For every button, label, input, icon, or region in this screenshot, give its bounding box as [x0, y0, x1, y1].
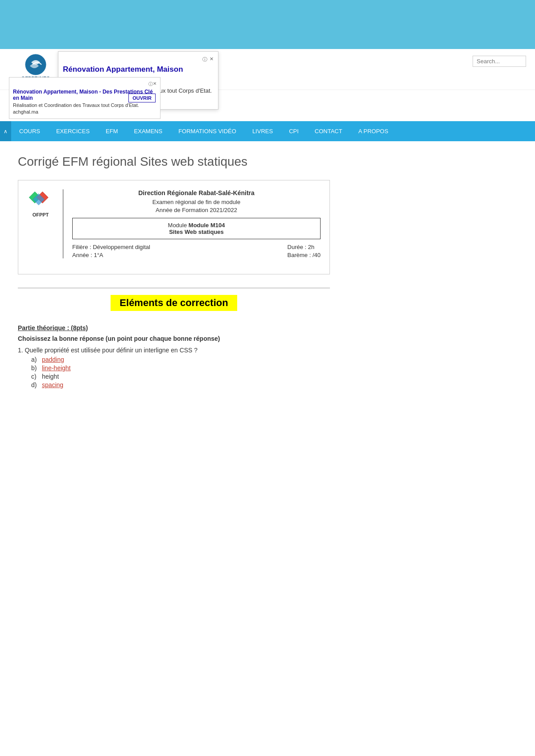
answer-1d: d) spacing [31, 381, 330, 388]
correction-section: Eléments de correction Partie théorique … [18, 295, 330, 388]
nav-item-cpi[interactable]: CPI [281, 121, 307, 141]
search-input[interactable] [473, 56, 526, 67]
answer-1d-label: d) [31, 381, 40, 388]
navbar: ∧ COURS EXERCICES EFM EXAMENS FORMATIONS… [0, 121, 535, 141]
ad-bottom-description: Réalisation et Coordination des Travaux … [13, 102, 156, 115]
nav-collapse-button[interactable]: ∧ [0, 121, 11, 141]
ad-top-bar: ⓘ ✕ [63, 56, 214, 63]
answer-list-1: a) padding b) line-height c) height d) s… [18, 356, 330, 388]
nav-item-examens[interactable]: EXAMENS [126, 121, 171, 141]
exam-header-title: Direction Régionale Rabat-Salé-Kénitra [72, 189, 321, 196]
answer-1a: a) padding [31, 356, 330, 363]
question-1: 1. Quelle propriété est utilisée pour dé… [18, 347, 330, 388]
partie-title: Partie théorique : (8pts) [18, 324, 330, 331]
ad-close-icon[interactable]: ✕ [210, 56, 214, 63]
correction-title: Eléments de correction [111, 295, 237, 311]
ad-bottom-info-icon: ⓘ [148, 81, 153, 87]
answer-1b: b) line-height [31, 364, 330, 372]
exam-year: Année de Formation 2021/2022 [72, 207, 321, 213]
nav-item-contact[interactable]: CONTACT [307, 121, 350, 141]
nav-item-formations-video[interactable]: FORMATIONS VIDÉO [170, 121, 244, 141]
page-title: Corrigé EFM régional Sites web statiques [18, 155, 383, 169]
question-1-number: 1. [18, 347, 23, 354]
answer-1c-text: height [42, 373, 59, 380]
ad-title: Rénovation Appartement, Maison [63, 65, 214, 74]
page-content: Corrigé EFM régional Sites web statiques… [0, 141, 401, 406]
ad-bottom-top-bar: ⓘ ✕ [13, 81, 156, 87]
answer-1d-text: spacing [42, 381, 63, 388]
ad-info-icon: ⓘ [202, 56, 207, 63]
correction-divider [18, 288, 330, 288]
answer-1b-label: b) [31, 364, 40, 372]
nav-item-livres[interactable]: LIVRES [244, 121, 281, 141]
answer-1c-label: c) [31, 373, 40, 380]
exam-details: Filière : Développement digital Année : … [72, 244, 321, 258]
ofppt-logo-area: OFPPT [27, 189, 54, 217]
exam-header: OFPPT Direction Régionale Rabat-Salé-Kén… [27, 189, 321, 258]
ofppt-label: OFPPT [27, 212, 54, 217]
module-title: Sites Web statiques [79, 229, 313, 235]
answer-1b-text: line-height [42, 364, 71, 372]
answer-1a-text: padding [42, 356, 64, 363]
collapse-icon: ∧ [4, 128, 8, 135]
answer-1a-label: a) [31, 356, 40, 363]
module-name: Module Module M104 [79, 222, 313, 229]
exam-document: OFPPT Direction Régionale Rabat-Salé-Kén… [18, 180, 330, 274]
ad-bottom-close-icon[interactable]: ✕ [153, 81, 156, 87]
exam-header-right: Direction Régionale Rabat-Salé-Kénitra E… [63, 189, 321, 258]
question-1-text: 1. Quelle propriété est utilisée pour dé… [18, 347, 330, 354]
exam-detail-left: Filière : Développement digital Année : … [72, 244, 150, 258]
ad-open-button[interactable]: OUVRIR [128, 94, 156, 102]
module-box: Module Module M104 Sites Web statiques [72, 218, 321, 239]
top-banner [0, 0, 535, 49]
ad-bottom-small: ⓘ ✕ Rénovation Appartement, Maison - Des… [9, 77, 160, 119]
nav-item-efm[interactable]: EFM [98, 121, 126, 141]
nav-item-exercices[interactable]: EXERCICES [48, 121, 98, 141]
question-instruction: Choisissez la bonne réponse (un point po… [18, 335, 330, 342]
answer-1c: c) height [31, 373, 330, 380]
nav-item-apropos[interactable]: A PROPOS [350, 121, 396, 141]
exam-bareme: Barème : /40 [288, 252, 321, 258]
exam-detail-right: Durée : 2h Barème : /40 [288, 244, 321, 258]
exam-type: Examen régional de fin de module [72, 199, 321, 205]
exam-duree: Durée : 2h [288, 244, 321, 250]
ofppt-logo-icon [25, 53, 47, 76]
question-1-content: Quelle propriété est utilisée pour défin… [25, 347, 198, 354]
exam-annee: Année : 1°A [72, 252, 150, 258]
header-wrapper: OFPPT.INFO WWW.OFPPT.INFO ⓘ ✕ Rénovation… [0, 49, 535, 90]
ofppt-diamonds-icon [27, 189, 54, 209]
exam-filiere: Filière : Développement digital [72, 244, 150, 250]
nav-item-cours[interactable]: COURS [11, 121, 48, 141]
